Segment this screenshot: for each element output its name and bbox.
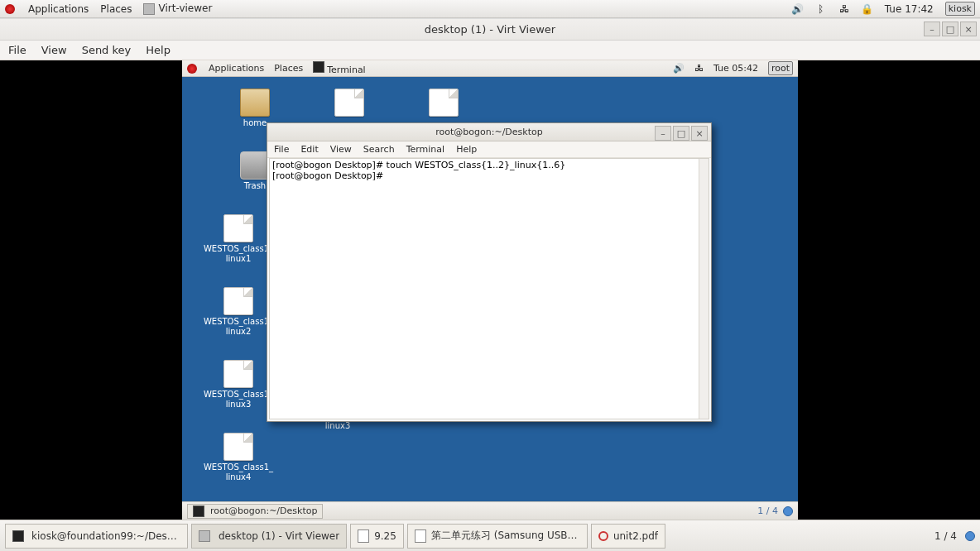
- terminal-icon: [193, 505, 204, 517]
- guest-terminal-menubar: File Edit View Search Terminal Help: [267, 141, 711, 158]
- vv-minimize-button[interactable]: –: [924, 22, 940, 36]
- virt-viewer-window: desktop (1) - Virt Viewer – □ × File Vie…: [0, 18, 980, 520]
- trash-icon: [240, 151, 270, 180]
- host-task-virtviewer[interactable]: desktop (1) - Virt Viewer: [191, 524, 347, 549]
- file-icon: [223, 360, 253, 388]
- vv-menubar: File View Send key Help: [0, 41, 980, 60]
- document-icon: [358, 529, 369, 543]
- file-icon: [223, 433, 253, 461]
- battery-icon[interactable]: 🔒: [862, 3, 873, 15]
- guest-redhat-icon: [187, 64, 197, 74]
- volume-icon[interactable]: 🔊: [792, 3, 804, 15]
- network-icon[interactable]: 🖧: [838, 3, 850, 15]
- vv-close-button[interactable]: ×: [960, 22, 977, 36]
- virt-viewer-icon: [199, 530, 210, 542]
- guest-places-menu[interactable]: Places: [274, 63, 303, 74]
- guest-terminal-title: root@bogon:~/Desktop: [435, 127, 542, 137]
- file-icon: [223, 214, 253, 242]
- guest-top-panel: Applications Places Terminal 🔊 🖧 Tue 05:…: [182, 60, 798, 77]
- host-taskbar: kiosk@foundation99:~/Desktop desktop (1)…: [0, 520, 980, 551]
- term-menu-search[interactable]: Search: [363, 144, 395, 155]
- pdf-icon: [598, 531, 608, 541]
- guest-desktop[interactable]: Applications Places Terminal 🔊 🖧 Tue 05:…: [182, 60, 798, 520]
- terminal-line: [root@bogon Desktop]#: [272, 170, 706, 181]
- guest-term-close-button[interactable]: ×: [691, 126, 708, 141]
- term-menu-terminal[interactable]: Terminal: [406, 144, 445, 155]
- vv-menu-file[interactable]: File: [8, 44, 26, 56]
- guest-workspace-indicator[interactable]: 1 / 4: [757, 505, 778, 516]
- term-menu-help[interactable]: Help: [456, 144, 477, 155]
- terminal-icon: [12, 530, 24, 542]
- vv-menu-sendkey[interactable]: Send key: [82, 44, 132, 56]
- guest-term-minimize-button[interactable]: –: [655, 126, 671, 141]
- desktop-icon-partially-hidden[interactable]: linux3: [298, 421, 377, 431]
- redhat-icon: [5, 4, 15, 14]
- guest-taskbar-item-terminal[interactable]: root@bogon:~/Desktop: [187, 504, 323, 519]
- host-places-menu[interactable]: Places: [100, 3, 132, 15]
- vv-menu-view[interactable]: View: [41, 44, 67, 56]
- guest-frame: Applications Places Terminal 🔊 🖧 Tue 05:…: [0, 60, 980, 520]
- vv-maximize-button[interactable]: □: [942, 22, 958, 36]
- terminal-icon: [313, 61, 324, 73]
- guest-workspace-switcher-icon[interactable]: [783, 506, 793, 516]
- desktop-icon-westos4[interactable]: WESTOS_class1_linux4: [199, 433, 278, 482]
- guest-taskbar: root@bogon:~/Desktop 1 / 4: [182, 501, 798, 520]
- host-task-terminal[interactable]: kiosk@foundation99:~/Desktop: [5, 524, 188, 549]
- guest-terminal-window: root@bogon:~/Desktop – □ × File Edit Vie…: [267, 122, 712, 422]
- terminal-scrollbar[interactable]: [699, 159, 709, 419]
- term-menu-edit[interactable]: Edit: [300, 144, 318, 155]
- vv-titlebar[interactable]: desktop (1) - Virt Viewer – □ ×: [0, 19, 980, 41]
- host-clock[interactable]: Tue 17:42: [885, 3, 934, 15]
- guest-volume-icon[interactable]: 🔊: [673, 63, 685, 74]
- terminal-line: [root@bogon Desktop]# touch WESTOS_class…: [272, 160, 706, 170]
- desktop-icon-file-a[interactable]: [310, 89, 389, 118]
- guest-clock[interactable]: Tue 05:42: [713, 63, 758, 74]
- term-menu-file[interactable]: File: [274, 144, 289, 155]
- vv-title-text: desktop (1) - Virt Viewer: [425, 23, 555, 36]
- guest-applications-menu[interactable]: Applications: [209, 63, 264, 74]
- host-workspace-indicator[interactable]: 1 / 4: [934, 530, 957, 542]
- guest-term-maximize-button[interactable]: □: [673, 126, 689, 141]
- file-icon: [334, 89, 364, 117]
- host-running-app[interactable]: Virt-viewer: [143, 2, 212, 15]
- host-task-doc1[interactable]: 9.25: [350, 524, 404, 549]
- file-icon: [223, 287, 253, 315]
- document-icon: [415, 529, 426, 543]
- term-menu-view[interactable]: View: [330, 144, 352, 155]
- host-task-pdf[interactable]: unit2.pdf: [591, 524, 665, 549]
- guest-network-icon[interactable]: 🖧: [694, 63, 704, 74]
- virt-viewer-icon: [143, 3, 155, 15]
- folder-icon: [240, 89, 270, 117]
- host-user[interactable]: kiosk: [945, 2, 975, 16]
- file-icon: [429, 89, 459, 117]
- bluetooth-icon[interactable]: ᛒ: [815, 3, 827, 15]
- host-workspace-switcher-icon[interactable]: [965, 531, 975, 541]
- desktop-icon-file-b[interactable]: [404, 89, 483, 118]
- host-applications-menu[interactable]: Applications: [28, 3, 89, 15]
- host-task-doc2[interactable]: 第二单元练习 (Samsung USB /r...: [407, 524, 588, 549]
- vv-menu-help[interactable]: Help: [146, 44, 171, 56]
- guest-user[interactable]: root: [768, 61, 793, 75]
- guest-terminal-titlebar[interactable]: root@bogon:~/Desktop – □ ×: [267, 123, 711, 141]
- guest-running-app[interactable]: Terminal: [313, 61, 366, 75]
- guest-terminal-body[interactable]: [root@bogon Desktop]# touch WESTOS_class…: [269, 158, 709, 419]
- host-top-panel: Applications Places Virt-viewer 🔊 ᛒ 🖧 🔒 …: [0, 0, 980, 18]
